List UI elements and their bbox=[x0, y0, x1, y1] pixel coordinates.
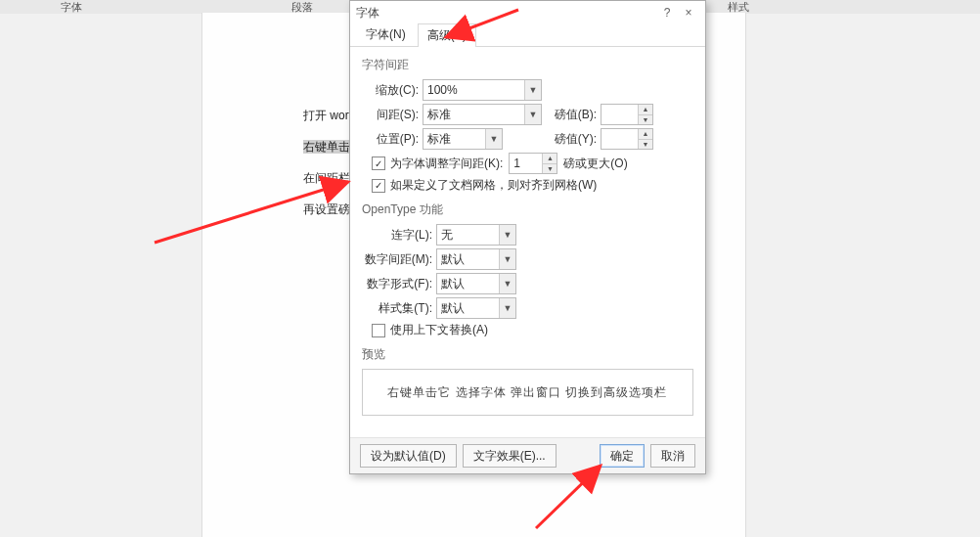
chevron-down-icon[interactable]: ▼ bbox=[639, 140, 652, 150]
kerning-label-pre: 为字体调整字间距(K): bbox=[390, 156, 503, 172]
kerning-label-post: 磅或更大(O) bbox=[563, 156, 627, 172]
chevron-down-icon: ▼ bbox=[524, 80, 541, 100]
chevron-down-icon: ▼ bbox=[499, 274, 515, 293]
kerning-checkbox-row: ✓ 为字体调整字间距(K): 1 ▲▼ 磅或更大(O) bbox=[372, 153, 693, 174]
numform-label: 数字形式(F): bbox=[362, 276, 432, 292]
dialog-tabs: 字体(N) 高级(V) bbox=[350, 24, 705, 47]
doc-line-4: 再设置磅 bbox=[303, 201, 350, 218]
spacing-amount-label: 磅值(B): bbox=[550, 107, 597, 123]
chevron-down-icon: ▼ bbox=[524, 105, 541, 124]
scale-combo[interactable]: 100% ▼ bbox=[423, 79, 542, 101]
chevron-up-icon[interactable]: ▲ bbox=[639, 105, 652, 115]
ok-button[interactable]: 确定 bbox=[600, 444, 645, 468]
kerning-checkbox[interactable]: ✓ bbox=[372, 157, 385, 170]
spacing-amount-spinner[interactable]: ▲▼ bbox=[601, 104, 653, 125]
ligature-value: 无 bbox=[437, 227, 499, 244]
contextual-checkbox[interactable] bbox=[372, 324, 385, 337]
ligature-label: 连字(L): bbox=[362, 227, 432, 244]
contextual-label: 使用上下文替换(A) bbox=[390, 322, 488, 338]
numspacing-label: 数字间距(M): bbox=[362, 251, 432, 268]
position-amount-label: 磅值(Y): bbox=[511, 131, 597, 148]
doc-line-3: 在间距栏 bbox=[303, 170, 350, 187]
scale-value: 100% bbox=[423, 83, 524, 97]
dialog-body: 字符间距 缩放(C): 100% ▼ 间距(S): 标准 ▼ 磅值(B): ▲▼… bbox=[350, 47, 705, 429]
chevron-down-icon: ▼ bbox=[485, 129, 502, 149]
kerning-value: 1 bbox=[510, 157, 542, 170]
position-amount-spinner[interactable]: ▲▼ bbox=[601, 128, 653, 150]
contextual-checkbox-row: 使用上下文替换(A) bbox=[372, 322, 693, 338]
preview-box: 右键单击它 选择字体 弹出窗口 切换到高级选项栏 bbox=[362, 369, 693, 416]
chevron-down-icon[interactable]: ▼ bbox=[639, 115, 652, 125]
numspacing-value: 默认 bbox=[437, 251, 499, 268]
text-effects-button[interactable]: 文字效果(E)... bbox=[463, 444, 557, 468]
numspacing-combo[interactable]: 默认 ▼ bbox=[436, 248, 516, 270]
cancel-button[interactable]: 取消 bbox=[650, 444, 695, 468]
doc-line-1: 打开 wor bbox=[303, 108, 349, 124]
grid-label: 如果定义了文档网格，则对齐到网格(W) bbox=[390, 177, 597, 194]
section-preview: 预览 bbox=[362, 346, 693, 363]
kerning-spinner[interactable]: 1 ▲▼ bbox=[509, 153, 557, 174]
grid-checkbox-row: ✓ 如果定义了文档网格，则对齐到网格(W) bbox=[372, 177, 693, 194]
ribbon-group-font: 字体 bbox=[61, 0, 82, 15]
dialog-titlebar: 字体 ? × bbox=[350, 1, 705, 24]
ligature-combo[interactable]: 无 ▼ bbox=[436, 224, 516, 246]
chevron-up-icon[interactable]: ▲ bbox=[543, 154, 557, 164]
tab-advanced[interactable]: 高级(V) bbox=[418, 23, 476, 47]
section-opentype: OpenType 功能 bbox=[362, 201, 693, 218]
chevron-up-icon[interactable]: ▲ bbox=[639, 129, 652, 140]
dialog-title: 字体 bbox=[356, 1, 379, 24]
preview-text: 右键单击它 选择字体 弹出窗口 切换到高级选项栏 bbox=[387, 384, 667, 401]
font-dialog: 字体 ? × 字体(N) 高级(V) 字符间距 缩放(C): 100% ▼ 间距… bbox=[349, 0, 706, 474]
close-button[interactable]: × bbox=[678, 1, 699, 24]
spacing-combo[interactable]: 标准 ▼ bbox=[423, 104, 542, 125]
tab-font[interactable]: 字体(N) bbox=[356, 22, 416, 46]
doc-line-2: 右键单击 bbox=[303, 139, 350, 156]
grid-checkbox[interactable]: ✓ bbox=[372, 179, 385, 193]
chevron-down-icon: ▼ bbox=[499, 249, 515, 269]
position-value: 标准 bbox=[423, 131, 485, 148]
styleset-combo[interactable]: 默认 ▼ bbox=[436, 297, 516, 319]
styleset-label: 样式集(T): bbox=[362, 300, 432, 317]
numform-value: 默认 bbox=[437, 276, 499, 292]
chevron-down-icon: ▼ bbox=[499, 298, 515, 318]
set-default-button[interactable]: 设为默认值(D) bbox=[360, 444, 457, 468]
spacing-label: 间距(S): bbox=[362, 107, 419, 123]
position-combo[interactable]: 标准 ▼ bbox=[423, 128, 503, 150]
numform-combo[interactable]: 默认 ▼ bbox=[436, 273, 516, 294]
chevron-down-icon[interactable]: ▼ bbox=[543, 164, 557, 174]
position-label: 位置(P): bbox=[362, 131, 419, 148]
help-button[interactable]: ? bbox=[656, 1, 678, 24]
spacing-value: 标准 bbox=[423, 107, 524, 123]
dialog-footer: 设为默认值(D) 文字效果(E)... 确定 取消 bbox=[350, 437, 705, 473]
chevron-down-icon: ▼ bbox=[499, 225, 515, 245]
section-char-spacing: 字符间距 bbox=[362, 57, 693, 73]
scale-label: 缩放(C): bbox=[362, 82, 419, 99]
styleset-value: 默认 bbox=[437, 300, 499, 317]
